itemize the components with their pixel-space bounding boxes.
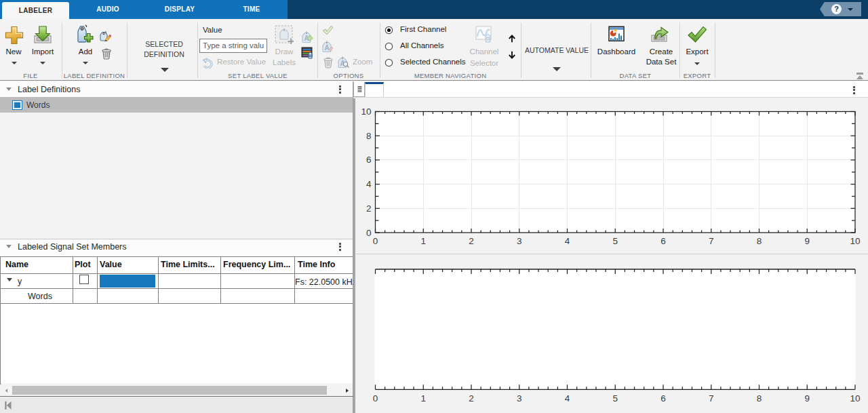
svg-text:6: 6	[660, 236, 666, 246]
svg-text:8: 8	[366, 131, 372, 141]
svg-text:6: 6	[660, 393, 666, 404]
svg-text:10: 10	[361, 106, 371, 117]
svg-text:1: 1	[420, 393, 426, 404]
svg-text:10: 10	[850, 236, 860, 246]
svg-text:0: 0	[373, 393, 378, 404]
svg-text:7: 7	[709, 236, 714, 246]
svg-text:0: 0	[373, 236, 378, 246]
svg-text:7: 7	[709, 393, 714, 404]
svg-text:2: 2	[469, 393, 474, 404]
svg-text:9: 9	[804, 236, 810, 246]
svg-text:4: 4	[366, 179, 372, 189]
svg-text:2: 2	[366, 203, 372, 214]
svg-text:8: 8	[757, 236, 762, 246]
svg-text:3: 3	[517, 236, 522, 246]
svg-text:0: 0	[366, 228, 372, 238]
svg-text:5: 5	[612, 393, 618, 404]
svg-text:5: 5	[612, 236, 618, 246]
svg-text:2: 2	[469, 236, 474, 246]
svg-text:3: 3	[517, 393, 522, 404]
svg-text:1: 1	[420, 236, 426, 246]
svg-text:10: 10	[850, 393, 860, 404]
svg-text:4: 4	[565, 236, 570, 246]
svg-text:6: 6	[366, 155, 372, 165]
svg-text:9: 9	[804, 393, 810, 404]
svg-text:8: 8	[757, 393, 762, 404]
svg-text:4: 4	[565, 393, 570, 404]
